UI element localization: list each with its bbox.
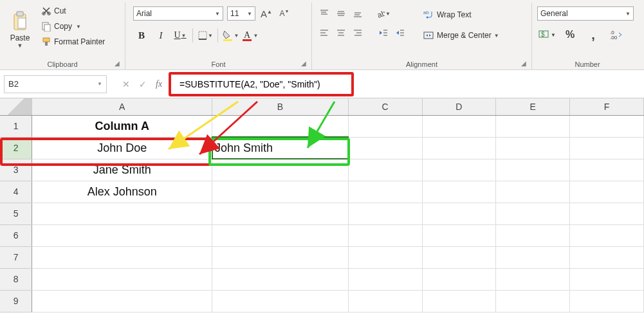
cell-F8[interactable] [570, 268, 644, 290]
dialog-launcher-icon[interactable]: ◢ [521, 60, 529, 68]
font-size-combo[interactable]: 11 ▼ [227, 6, 255, 21]
orientation-button[interactable]: ab▼ [376, 6, 391, 21]
row-header[interactable]: 9 [0, 290, 32, 312]
align-left-button[interactable] [317, 26, 331, 40]
increase-indent-button[interactable] [393, 26, 407, 40]
select-all-button[interactable] [0, 98, 32, 115]
wrap-text-button[interactable]: ab Wrap Text [419, 6, 503, 23]
comma-button[interactable]: , [584, 27, 603, 42]
row-header[interactable]: 6 [0, 224, 32, 246]
cell-D4[interactable] [422, 181, 496, 203]
column-header[interactable]: A [32, 98, 212, 115]
font-color-button[interactable]: A ▼ [241, 27, 258, 44]
cell-B9[interactable] [212, 290, 349, 312]
cell-C1[interactable] [348, 115, 422, 137]
cell-C5[interactable] [348, 203, 422, 224]
cell-F2[interactable] [570, 137, 644, 159]
row-header[interactable]: 8 [0, 268, 32, 290]
cell-E6[interactable] [496, 224, 570, 246]
cell-F4[interactable] [570, 181, 644, 203]
cell-D1[interactable] [422, 115, 496, 137]
decrease-font-button[interactable]: A▼ [277, 6, 291, 21]
cell-A6[interactable] [32, 224, 212, 246]
row-header[interactable]: 3 [0, 159, 32, 181]
row-header[interactable]: 7 [0, 246, 32, 268]
borders-button[interactable]: ▼ [197, 27, 214, 44]
cell-E4[interactable] [496, 181, 570, 203]
column-header[interactable]: C [348, 98, 422, 115]
cell-A3[interactable]: Jane Smith [32, 159, 212, 181]
cell-B1[interactable] [212, 115, 349, 137]
cell-E2[interactable] [496, 137, 570, 159]
cell-B8[interactable] [212, 268, 349, 290]
increase-decimal-button[interactable]: .0.00 [607, 27, 626, 42]
cell-E7[interactable] [496, 246, 570, 268]
cell-D6[interactable] [422, 224, 496, 246]
row-header[interactable]: 2 [0, 137, 32, 159]
dialog-launcher-icon[interactable]: ◢ [115, 60, 122, 68]
row-header[interactable]: 1 [0, 115, 32, 137]
cell-F3[interactable] [570, 159, 644, 181]
number-format-combo[interactable]: General ▼ [537, 6, 634, 21]
cell-C6[interactable] [348, 224, 422, 246]
column-header[interactable]: B [212, 98, 349, 115]
cell-F7[interactable] [570, 246, 644, 268]
cell-B6[interactable] [212, 224, 349, 246]
cell-B4[interactable] [212, 181, 349, 203]
align-right-button[interactable] [351, 26, 365, 40]
cell-B5[interactable] [212, 203, 349, 224]
decrease-indent-button[interactable] [376, 26, 391, 40]
cell-C8[interactable] [348, 268, 422, 290]
cancel-icon[interactable]: ✕ [122, 79, 130, 89]
cell-C2[interactable] [348, 137, 422, 159]
italic-button[interactable]: I [152, 27, 169, 44]
row-header[interactable]: 5 [0, 203, 32, 224]
row-header[interactable]: 4 [0, 181, 32, 203]
cell-D2[interactable] [422, 137, 496, 159]
cell-A1[interactable]: Column A [32, 115, 212, 137]
cell-B3[interactable] [212, 159, 349, 181]
cell-C9[interactable] [348, 290, 422, 312]
cell-B2[interactable]: John Smith [212, 137, 349, 159]
cell-E8[interactable] [496, 268, 570, 290]
cell-D5[interactable] [422, 203, 496, 224]
cell-D7[interactable] [422, 246, 496, 268]
cell-F1[interactable] [570, 115, 644, 137]
copy-button[interactable]: Copy ▼ [39, 19, 107, 33]
column-header[interactable]: E [496, 98, 570, 115]
cell-C7[interactable] [348, 246, 422, 268]
bold-button[interactable]: B [133, 27, 150, 44]
cell-D9[interactable] [422, 290, 496, 312]
underline-button[interactable]: U▼ [172, 27, 189, 44]
fx-icon[interactable]: fx [156, 79, 162, 89]
cell-D3[interactable] [422, 159, 496, 181]
align-middle-button[interactable] [334, 6, 348, 21]
column-header[interactable]: D [422, 98, 496, 115]
cell-E9[interactable] [496, 290, 570, 312]
cell-B7[interactable] [212, 246, 349, 268]
cell-F5[interactable] [570, 203, 644, 224]
cell-A9[interactable] [32, 290, 212, 312]
merge-center-button[interactable]: Merge & Center ▼ [419, 27, 503, 44]
name-box[interactable]: B2 ▼ [4, 75, 107, 93]
cell-E1[interactable] [496, 115, 570, 137]
cell-C3[interactable] [348, 159, 422, 181]
increase-font-button[interactable]: A▲ [259, 6, 273, 21]
align-bottom-button[interactable] [351, 6, 365, 21]
formula-input[interactable] [174, 75, 644, 93]
align-top-button[interactable] [317, 6, 331, 21]
dialog-launcher-icon[interactable]: ◢ [301, 60, 309, 68]
cut-button[interactable]: Cut [39, 4, 107, 18]
cell-C4[interactable] [348, 181, 422, 203]
cell-A8[interactable] [32, 268, 212, 290]
cell-A4[interactable]: Alex Johnson [32, 181, 212, 203]
cell-A2[interactable]: John Doe [32, 137, 212, 159]
cell-A7[interactable] [32, 246, 212, 268]
cell-E3[interactable] [496, 159, 570, 181]
column-header[interactable]: F [570, 98, 644, 115]
paste-button[interactable]: Paste ▼ [5, 4, 35, 55]
format-painter-button[interactable]: Format Painter [39, 35, 107, 49]
cell-F9[interactable] [570, 290, 644, 312]
enter-icon[interactable]: ✓ [139, 79, 147, 89]
fill-color-button[interactable]: ▼ [222, 27, 239, 44]
